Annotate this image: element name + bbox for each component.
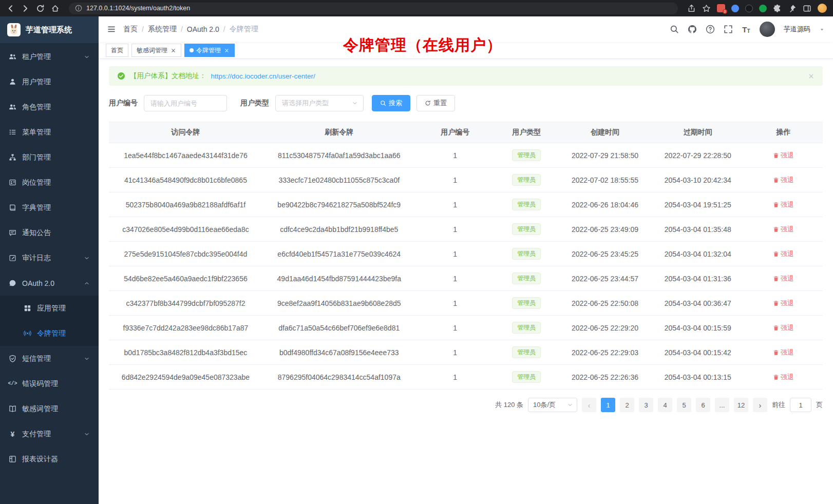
expire-time-cell: 2054-03-04 00:13:15	[651, 365, 744, 390]
extensions-puzzle-icon[interactable]	[773, 4, 782, 13]
trash-icon	[773, 374, 779, 380]
user-name[interactable]: 芋道源码	[784, 25, 810, 34]
next-page-button[interactable]: ›	[753, 398, 767, 412]
table-body: 1ea5e44f8bc1467aaede43144f31de76811c5304…	[109, 143, 823, 390]
caret-down-icon[interactable]	[819, 27, 825, 32]
hamburger-icon[interactable]	[107, 25, 116, 34]
search-button[interactable]: 搜索	[372, 95, 410, 111]
tab-sensitive[interactable]: 敏感词管理	[131, 44, 181, 57]
page-button-2[interactable]: 2	[620, 398, 634, 412]
address-bar[interactable]: 127.0.0.1:1024/system/oauth2/token	[69, 3, 678, 14]
user-id-input[interactable]	[144, 95, 227, 111]
sidebar-item-audit[interactable]: 审计日志	[0, 245, 99, 270]
breadcrumb-item-2[interactable]: OAuth 2.0	[187, 25, 219, 33]
forward-icon[interactable]	[21, 4, 30, 13]
sidebar-item-pay[interactable]: ¥支付管理	[0, 421, 99, 447]
browser-profile-avatar[interactable]	[818, 4, 827, 13]
sidebar-item-sensitive[interactable]: 敏感词管理	[0, 396, 99, 421]
page-button-5[interactable]: 5	[677, 398, 691, 412]
trash-icon	[773, 251, 779, 257]
breadcrumb-item-0[interactable]: 首页	[123, 25, 138, 34]
force-logout-button[interactable]: 强退	[773, 200, 794, 209]
sidebar-item-sms[interactable]: 短信管理	[0, 346, 99, 371]
share-icon[interactable]	[687, 4, 696, 13]
extension-icon-blue[interactable]	[731, 5, 739, 12]
site-info-icon[interactable]	[75, 5, 82, 12]
extension-icon-dark[interactable]	[745, 5, 753, 12]
page-button-12[interactable]: 12	[734, 398, 748, 412]
close-tab-icon[interactable]	[171, 48, 176, 53]
bookmark-star-icon[interactable]	[702, 4, 711, 13]
pin-icon[interactable]	[788, 4, 797, 13]
extension-icon-green[interactable]	[759, 5, 767, 12]
sidebar-item-oauth[interactable]: OAuth 2.0	[0, 270, 99, 296]
sidebar-item-notice[interactable]: 通知公告	[0, 220, 99, 245]
page-button-6[interactable]: 6	[696, 398, 710, 412]
sidebar-item-menu[interactable]: 菜单管理	[0, 120, 99, 145]
sidebar-item-dept[interactable]: 部门管理	[0, 145, 99, 170]
sidebar-item-label: 岗位管理	[22, 178, 51, 187]
force-logout-button[interactable]: 强退	[773, 373, 794, 382]
sidebar-item-token[interactable]: 令牌管理	[0, 321, 99, 346]
expire-time-cell: 2054-03-04 00:15:42	[651, 340, 744, 365]
user-type-select[interactable]: 请选择用户类型	[275, 95, 364, 111]
expire-time-cell: 2054-03-04 00:15:59	[651, 316, 744, 340]
sidebar-item-user[interactable]: 用户管理	[0, 69, 99, 94]
sidebar-item-tenant[interactable]: 租户管理	[0, 44, 99, 69]
action-cell: 强退	[744, 168, 823, 192]
force-logout-button[interactable]: 强退	[773, 151, 794, 160]
force-logout-button[interactable]: 强退	[773, 225, 794, 234]
users-icon	[9, 53, 16, 61]
page-size-select[interactable]: 10条/页	[528, 398, 577, 412]
extension-icon-red[interactable]: 0	[717, 4, 725, 12]
sidebar-item-report[interactable]: 报表设计器	[0, 447, 99, 472]
doc-link[interactable]: https://doc.iocoder.cn/user-center/	[211, 72, 315, 80]
tab-home[interactable]: 首页	[106, 44, 128, 57]
token-table: 访问令牌刷新令牌用户编号用户类型创建时间过期时间操作 1ea5e44f8bc14…	[109, 122, 823, 390]
fontsize-icon[interactable]: TT	[742, 25, 751, 34]
reset-button[interactable]: 重置	[416, 95, 455, 111]
column-header: 操作	[744, 122, 823, 143]
force-logout-button[interactable]: 强退	[773, 176, 794, 185]
page-button-1[interactable]: 1	[601, 398, 615, 412]
prev-page-button[interactable]: ‹	[582, 398, 596, 412]
sidebar-item-role[interactable]: 角色管理	[0, 94, 99, 120]
logo-image	[7, 23, 21, 36]
search-icon[interactable]	[670, 25, 679, 34]
force-logout-button[interactable]: 强退	[773, 274, 794, 283]
back-icon[interactable]	[6, 4, 15, 13]
column-header: 创建时间	[559, 122, 652, 143]
goto-page-input[interactable]	[790, 398, 811, 412]
sidebar-item-post[interactable]: 岗位管理	[0, 170, 99, 195]
force-logout-button[interactable]: 强退	[773, 348, 794, 357]
force-logout-button[interactable]: 强退	[773, 323, 794, 333]
alert-close-icon[interactable]	[808, 73, 815, 80]
tab-token[interactable]: 令牌管理	[184, 44, 235, 57]
help-icon[interactable]	[706, 25, 715, 34]
user-type-badge: 管理员	[512, 199, 541, 210]
chevron-down-icon	[352, 100, 358, 106]
home-icon[interactable]	[51, 4, 60, 13]
app-logo: 芋道管理系统	[0, 16, 99, 43]
force-logout-button[interactable]: 强退	[773, 249, 794, 259]
user-avatar[interactable]	[760, 22, 775, 37]
force-logout-button[interactable]: 强退	[773, 299, 794, 308]
breadcrumb-item-1[interactable]: 系统管理	[148, 25, 177, 34]
github-icon[interactable]	[688, 25, 697, 34]
reload-icon[interactable]	[36, 4, 45, 13]
created-time-cell: 2022-06-25 22:29:03	[559, 340, 652, 365]
sidebar-item-errcode[interactable]: </>错误码管理	[0, 371, 99, 396]
page-button-4[interactable]: 4	[658, 398, 672, 412]
fullscreen-icon[interactable]	[724, 25, 733, 34]
sidebar-item-dict[interactable]: 字典管理	[0, 195, 99, 220]
user-type-cell: 管理员	[495, 168, 559, 192]
page-button-3[interactable]: 3	[639, 398, 653, 412]
sidebar-item-app[interactable]: 应用管理	[0, 296, 99, 321]
sidebar-item-label: 通知公告	[22, 228, 51, 238]
more-pages-button[interactable]: ...	[715, 398, 729, 412]
app-title: 芋道管理系统	[26, 25, 72, 35]
close-tab-icon[interactable]	[224, 48, 230, 53]
refresh-token-cell: 49d1aa46d1454fbd87591444423be9fa	[262, 266, 416, 291]
side-panel-icon[interactable]	[803, 4, 811, 13]
oauth-icon	[9, 279, 16, 287]
